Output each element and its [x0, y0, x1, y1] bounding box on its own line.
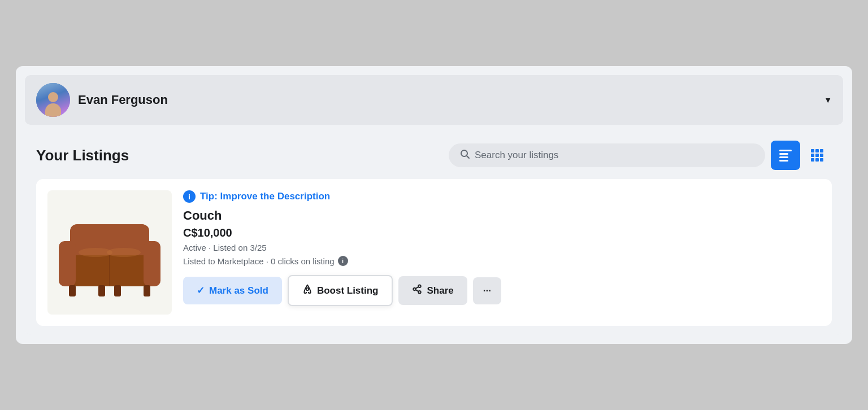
- checkmark-icon: ✓: [197, 285, 205, 296]
- item-price: C$10,000: [183, 226, 821, 239]
- listing-card: i Tip: Improve the Description Couch C$1…: [36, 179, 832, 326]
- svg-line-17: [416, 290, 419, 291]
- share-button[interactable]: Share: [398, 276, 467, 305]
- rocket-icon: [302, 284, 313, 297]
- tip-row: i Tip: Improve the Description: [183, 190, 821, 203]
- profile-left: Evan Ferguson: [36, 83, 168, 117]
- profile-card: Evan Ferguson ▼: [25, 75, 843, 125]
- boost-listing-button[interactable]: Boost Listing: [288, 275, 393, 306]
- item-meta: Listed to Marketplace · 0 clicks on list…: [183, 256, 821, 266]
- avatar: [36, 83, 70, 117]
- tip-text: Tip: Improve the Description: [200, 191, 330, 202]
- item-title: Couch: [183, 208, 821, 223]
- svg-rect-4: [59, 241, 76, 286]
- listing-details: i Tip: Improve the Description Couch C$1…: [183, 190, 821, 306]
- dropdown-arrow-icon[interactable]: ▼: [824, 95, 832, 104]
- svg-rect-7: [98, 285, 105, 296]
- listing-image: [47, 190, 172, 315]
- list-view-button[interactable]: [771, 141, 800, 170]
- mark-as-sold-button[interactable]: ✓ Mark as Sold: [183, 277, 282, 304]
- main-container: Evan Ferguson ▼ Your Listings Search you…: [16, 66, 852, 344]
- tip-info-icon: i: [183, 190, 196, 203]
- svg-rect-8: [114, 285, 121, 296]
- grid-view-icon: [811, 149, 823, 162]
- svg-rect-6: [69, 285, 76, 296]
- meta-info-icon: i: [338, 256, 348, 266]
- search-icon: [460, 149, 470, 162]
- svg-line-1: [467, 156, 470, 159]
- svg-rect-9: [144, 285, 150, 296]
- svg-point-13: [306, 288, 309, 291]
- actions-row: ✓ Mark as Sold Boost Listing: [183, 275, 821, 306]
- listings-header: Your Listings Search your listings: [36, 141, 832, 170]
- more-options-button[interactable]: ···: [473, 277, 501, 304]
- search-bar[interactable]: Search your listings: [449, 143, 765, 167]
- svg-line-18: [416, 287, 419, 289]
- view-toggle: [771, 141, 832, 170]
- listings-section: Your Listings Search your listings: [25, 132, 843, 335]
- profile-name: Evan Ferguson: [78, 93, 168, 107]
- item-status: Active · Listed on 3/25: [183, 243, 821, 252]
- share-icon: [412, 284, 422, 297]
- grid-view-button[interactable]: [802, 141, 832, 170]
- search-input-placeholder: Search your listings: [475, 150, 558, 161]
- header-right: Search your listings: [449, 141, 832, 170]
- listings-title: Your Listings: [36, 147, 129, 164]
- svg-point-12: [107, 248, 141, 257]
- svg-rect-5: [144, 241, 160, 286]
- list-view-icon: [779, 150, 792, 162]
